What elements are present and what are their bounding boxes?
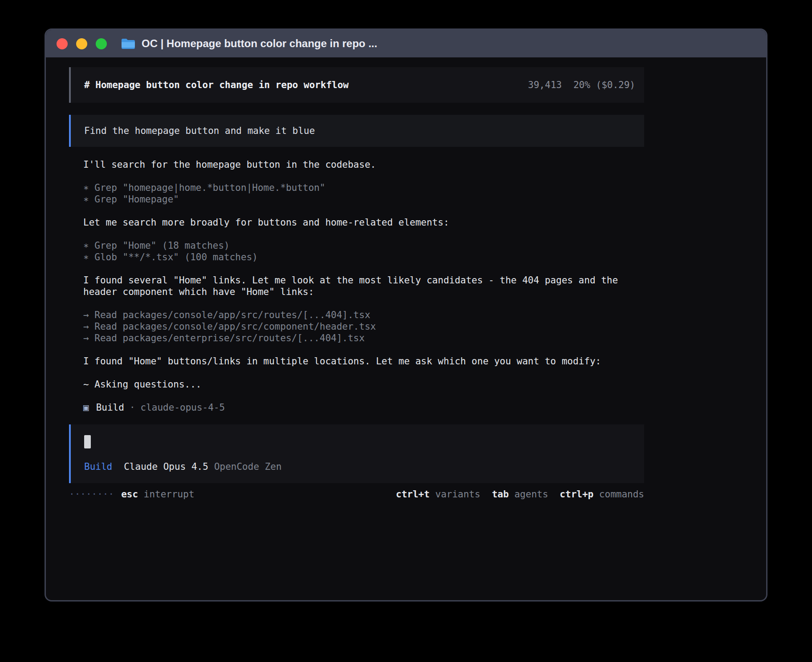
context-usage: 20% ($0.29) bbox=[573, 80, 635, 90]
shortcut-hints: ctrl+t variantstab agentsctrl+p commands bbox=[396, 488, 644, 500]
tool-call-line: ∗ Glob "**/*.tsx" (100 matches) bbox=[83, 251, 631, 263]
message-group-text: I found "Home" buttons/links in multiple… bbox=[83, 355, 631, 367]
shortcut-key: ctrl+p bbox=[560, 489, 593, 500]
minimize-button[interactable] bbox=[76, 38, 87, 49]
tool-call-line: ∗ Grep "Homepage" bbox=[83, 194, 631, 205]
token-count: 39,413 bbox=[528, 80, 562, 90]
prompt-footer: Build Claude Opus 4.5 OpenCode Zen bbox=[84, 461, 631, 472]
agent-model: claude-opus-4-5 bbox=[141, 402, 225, 413]
message-group-status: ~ Asking questions... bbox=[83, 379, 631, 390]
message-line: Let me search more broadly for buttons a… bbox=[83, 217, 631, 228]
status-bar: ········ esc interrupt ctrl+t variantsta… bbox=[69, 488, 644, 500]
assistant-response: I'll search for the homepage button in t… bbox=[83, 159, 631, 390]
shortcut-label: commands bbox=[593, 489, 644, 500]
window-titlebar[interactable]: OC | Homepage button color change in rep… bbox=[46, 30, 766, 57]
tool-call-line: ∗ Grep "Home" (18 matches) bbox=[83, 240, 631, 251]
window-title: OC | Homepage button color change in rep… bbox=[142, 37, 377, 50]
agent-separator: · bbox=[130, 402, 135, 413]
message-group-tool: → Read packages/console/app/src/routes/[… bbox=[83, 309, 631, 344]
shortcut-variants: ctrl+t variants bbox=[396, 488, 480, 500]
shortcut-label: variants bbox=[430, 489, 480, 500]
session-stats: 39,413 20% ($0.29) bbox=[528, 80, 635, 90]
window-controls bbox=[57, 38, 107, 49]
user-message-text: Find the homepage button and make it blu… bbox=[84, 125, 315, 136]
zoom-button[interactable] bbox=[96, 38, 107, 49]
prompt-input[interactable]: Build Claude Opus 4.5 OpenCode Zen bbox=[69, 424, 644, 483]
agent-icon: ▣ bbox=[83, 402, 89, 413]
session-header: # Homepage button color change in repo w… bbox=[69, 67, 644, 103]
agent-badge: ▣ Build · claude-opus-4-5 bbox=[83, 402, 644, 413]
mode-indicator: Build bbox=[84, 461, 112, 472]
tool-call-line: → Read packages/console/app/src/componen… bbox=[83, 321, 631, 332]
shortcut-key: ctrl+t bbox=[396, 489, 430, 500]
interrupt-hint: esc interrupt bbox=[121, 488, 194, 500]
tool-call-line: → Read packages/console/app/src/routes/[… bbox=[83, 309, 631, 321]
user-message: Find the homepage button and make it blu… bbox=[69, 115, 644, 147]
provider-indicator: OpenCode Zen bbox=[214, 461, 282, 472]
message-group-text: I found several "Home" links. Let me loo… bbox=[83, 274, 631, 298]
message-group-text: I'll search for the homepage button in t… bbox=[83, 159, 631, 170]
interrupt-key: esc bbox=[121, 489, 138, 500]
shortcut-label: agents bbox=[509, 489, 548, 500]
message-line: I found several "Home" links. Let me loo… bbox=[83, 274, 631, 298]
message-line: ~ Asking questions... bbox=[83, 379, 631, 390]
message-group-text: Let me search more broadly for buttons a… bbox=[83, 217, 631, 228]
message-line: I found "Home" buttons/links in multiple… bbox=[83, 355, 631, 367]
interrupt-label: interrupt bbox=[144, 489, 195, 500]
tool-call-line: ∗ Grep "homepage|home.*button|Home.*butt… bbox=[83, 182, 631, 194]
text-cursor bbox=[84, 435, 91, 448]
message-line: I'll search for the homepage button in t… bbox=[83, 159, 631, 170]
shortcut-commands: ctrl+p commands bbox=[560, 488, 644, 500]
spinner-dots: ········ bbox=[69, 488, 114, 500]
session-title: # Homepage button color change in repo w… bbox=[84, 80, 349, 90]
tool-call-line: → Read packages/enterprise/src/routes/[.… bbox=[83, 332, 631, 344]
model-indicator: Claude Opus 4.5 bbox=[124, 461, 208, 472]
close-button[interactable] bbox=[57, 38, 68, 49]
folder-icon bbox=[121, 38, 135, 49]
terminal-window: OC | Homepage button color change in rep… bbox=[45, 28, 767, 601]
agent-name: Build bbox=[96, 402, 124, 413]
shortcut-key: tab bbox=[492, 489, 509, 500]
terminal-content: # Homepage button color change in repo w… bbox=[46, 57, 766, 500]
message-group-tool: ∗ Grep "Home" (18 matches)∗ Glob "**/*.t… bbox=[83, 240, 631, 263]
message-group-tool: ∗ Grep "homepage|home.*button|Home.*butt… bbox=[83, 182, 631, 205]
shortcut-agents: tab agents bbox=[492, 488, 548, 500]
